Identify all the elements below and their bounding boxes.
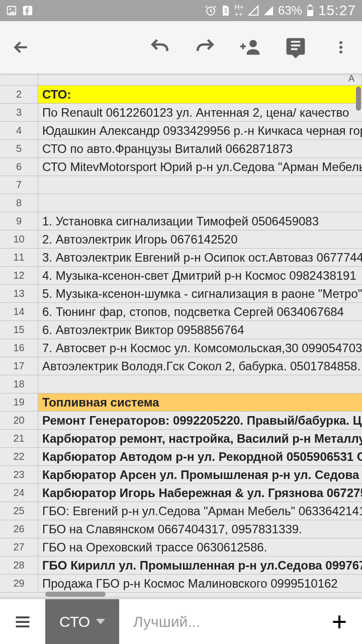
undo-button[interactable] <box>149 36 171 58</box>
cell[interactable]: ГБО Кирилл ул. Промышленная р-н ул.Седов… <box>38 556 362 574</box>
row-header[interactable]: 19 <box>0 393 38 411</box>
cell[interactable]: Топливная система <box>38 393 362 411</box>
row-header[interactable]: 7 <box>0 176 38 194</box>
table-row: 18 <box>0 375 362 393</box>
cell[interactable]: СТО MitevMotorsport Юрий р-н ул.Седова "… <box>38 158 362 176</box>
row-header[interactable]: 29 <box>0 575 38 592</box>
cell[interactable]: 2. Автоэлектрик Игорь 0676142520 <box>38 230 362 248</box>
table-row: 102. Автоэлектрик Игорь 0676142520 <box>0 230 362 249</box>
svg-point-8 <box>249 40 257 47</box>
row-header[interactable]: 28 <box>0 556 38 574</box>
cell[interactable]: ГБО на Ореховский трассе 0630612586. <box>38 538 362 556</box>
cell[interactable]: Карбюратор ремонт, настройка, Василий р-… <box>38 430 362 447</box>
signal-icon <box>248 5 259 16</box>
chevron-down-icon <box>96 619 105 624</box>
row-header[interactable]: 3 <box>0 104 38 121</box>
cell[interactable]: Карбюратор Арсен ул. Промышленая р-н ул.… <box>38 466 362 484</box>
cell[interactable]: 1. Установка сигнализации Тимофей 050645… <box>38 212 362 230</box>
row-header[interactable]: 13 <box>0 285 38 302</box>
cell[interactable]: СТО по авто.Французы Виталий 0662871873 <box>38 140 362 157</box>
android-status-bar: 1 H+++ 63% 15:27 <box>0 0 362 21</box>
table-row: 25ГБО: Евгений р-н ул.Седова "Арман Мебе… <box>0 502 362 520</box>
back-button[interactable] <box>10 36 32 58</box>
table-row: 19Топливная система <box>0 393 362 412</box>
svg-point-11 <box>339 50 342 53</box>
cell[interactable]: 4. Музыка-ксенон-свет Дмитрий р-н Космос… <box>38 267 362 284</box>
row-header[interactable]: 4 <box>0 122 38 139</box>
tab-other[interactable]: Лучший... <box>119 599 317 644</box>
row-header[interactable]: 2 <box>0 86 38 103</box>
tab-active[interactable]: СТО <box>45 599 119 644</box>
row-header[interactable]: 11 <box>0 249 38 266</box>
row-header[interactable]: 12 <box>0 267 38 284</box>
row-header[interactable]: 17 <box>0 357 38 375</box>
table-row: 7 <box>0 176 362 194</box>
redo-button[interactable] <box>194 36 216 58</box>
cell[interactable]: Ремонт Генераторов: 0992205220. Правый/б… <box>38 412 362 429</box>
row-header[interactable]: 5 <box>0 140 38 157</box>
table-row: 17Автоэлектрик Володя.Гск Сокол 2, бабур… <box>0 357 362 375</box>
row-header[interactable]: 22 <box>0 448 38 465</box>
add-sheet-button[interactable] <box>317 599 362 644</box>
row-header[interactable]: 16 <box>0 339 38 357</box>
cell[interactable]: Карбюратор Автодом р-н ул. Рекордной 050… <box>38 448 362 465</box>
vertical-scrollbar[interactable] <box>356 87 361 111</box>
row-header[interactable]: 8 <box>0 194 38 212</box>
table-row: 20Ремонт Генераторов: 0992205220. Правый… <box>0 412 362 430</box>
table-row: 4Юдашкин Александр 0933429956 р.-н Кичка… <box>0 122 362 140</box>
clock-text: 15:27 <box>318 3 356 19</box>
cell[interactable]: ГБО на Славянском 0667404317, 0957831339… <box>38 520 362 538</box>
row-header[interactable]: 26 <box>0 520 38 538</box>
cell[interactable]: Автоэлектрик Володя.Гск Сокол 2, бабурка… <box>38 357 362 375</box>
cell[interactable]: 5. Музыка-ксенон-шумка - сигнализация в … <box>38 285 362 302</box>
comment-button[interactable] <box>285 36 307 58</box>
cell[interactable]: 6. Автоэлектрик Виктор 0958856764 <box>38 321 362 339</box>
spreadsheet-viewport[interactable]: A 2СТО:3По Renault 0612260123 ул. Антенн… <box>0 73 362 599</box>
column-header-a[interactable]: A <box>38 73 362 85</box>
table-row: 124. Музыка-ксенон-свет Дмитрий р-н Косм… <box>0 267 362 285</box>
table-row: 167. Автосвет р-н Космос ул. Комсомольск… <box>0 339 362 357</box>
table-row: 28ГБО Кирилл ул. Промышленная р-н ул.Сед… <box>0 556 362 575</box>
cell[interactable] <box>38 375 362 393</box>
svg-rect-7 <box>308 7 313 10</box>
horizontal-scrollbar[interactable] <box>45 592 106 597</box>
battery-icon <box>306 4 314 17</box>
row-header[interactable]: 6 <box>0 158 38 176</box>
table-row: 2СТО: <box>0 86 362 104</box>
tab-other-label: Лучший... <box>133 613 200 630</box>
row-header[interactable]: 24 <box>0 484 38 502</box>
row-header[interactable]: 20 <box>0 412 38 429</box>
table-row: 135. Музыка-ксенон-шумка - сигнализация … <box>0 285 362 303</box>
svg-rect-6 <box>309 5 312 6</box>
table-row: 6СТО MitevMotorsport Юрий р-н ул.Седова … <box>0 158 362 176</box>
network-type-icon: H+++ <box>235 4 244 18</box>
row-header[interactable]: 25 <box>0 502 38 520</box>
table-row: 21Карбюратор ремонт, настройка, Василий … <box>0 430 362 448</box>
svg-text:1: 1 <box>224 7 227 14</box>
row-header[interactable]: 9 <box>0 212 38 230</box>
cell[interactable]: 3. Автоэлектрик Евгений р-н Осипок ост.А… <box>38 249 362 266</box>
cell[interactable] <box>38 176 362 194</box>
table-row: 29Продажа ГБО р-н Космос Малиновского 09… <box>0 575 362 593</box>
cell[interactable]: По Renault 0612260123 ул. Антенная 2, це… <box>38 104 362 121</box>
row-header[interactable]: 23 <box>0 466 38 484</box>
row-header[interactable]: 15 <box>0 321 38 339</box>
row-header[interactable]: 21 <box>0 430 38 447</box>
add-person-button[interactable] <box>239 36 261 58</box>
overflow-menu-button[interactable] <box>330 36 352 58</box>
cell[interactable]: Юдашкин Александр 0933429956 р.-н Кичкас… <box>38 122 362 139</box>
cell[interactable]: ГБО: Евгений р-н ул.Седова "Арман Мебель… <box>38 502 362 520</box>
all-sheets-button[interactable] <box>0 599 45 644</box>
row-header[interactable]: 27 <box>0 538 38 556</box>
svg-point-1 <box>9 8 11 10</box>
row-header[interactable]: 14 <box>0 303 38 320</box>
alarm-icon <box>205 5 217 17</box>
row-header[interactable]: 18 <box>0 375 38 393</box>
cell[interactable]: Карбюратор Игорь Набережная & ул. Грязно… <box>38 484 362 502</box>
cell[interactable]: Продажа ГБО р-н Космос Малиновского 0999… <box>38 575 362 592</box>
cell[interactable]: 6. Тюнинг фар, стопов, подсветка Сергей … <box>38 303 362 320</box>
cell[interactable]: СТО: <box>38 86 362 103</box>
cell[interactable] <box>38 194 362 212</box>
row-header[interactable]: 10 <box>0 230 38 248</box>
cell[interactable]: 7. Автосвет р-н Космос ул. Комсомольская… <box>38 339 362 357</box>
